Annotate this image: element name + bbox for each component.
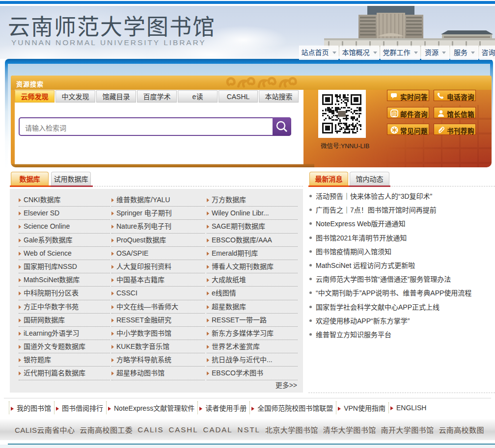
svg-text:@: @ [391, 110, 397, 116]
